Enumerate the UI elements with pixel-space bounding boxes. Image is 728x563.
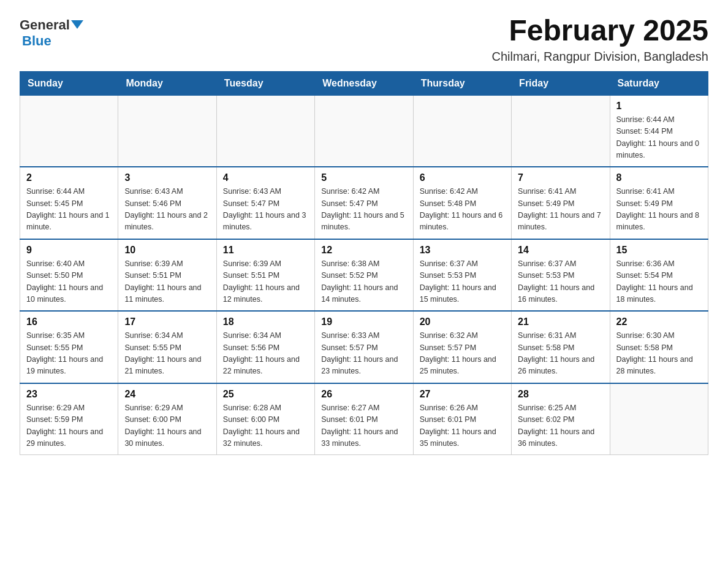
calendar-cell: 4Sunrise: 6:43 AM Sunset: 5:47 PM Daylig… [216,167,314,239]
day-info: Sunrise: 6:42 AM Sunset: 5:48 PM Dayligh… [420,186,505,234]
calendar-week-row: 2Sunrise: 6:44 AM Sunset: 5:45 PM Daylig… [20,167,708,239]
day-header-wednesday: Wednesday [315,71,413,95]
calendar-cell: 22Sunrise: 6:30 AM Sunset: 5:58 PM Dayli… [610,311,708,383]
day-info: Sunrise: 6:43 AM Sunset: 5:46 PM Dayligh… [124,186,210,234]
day-number: 10 [124,245,210,256]
title-section: February 2025 Chilmari, Rangpur Division… [491,15,708,64]
day-header-friday: Friday [512,71,610,95]
calendar-cell: 21Sunrise: 6:31 AM Sunset: 5:58 PM Dayli… [512,311,610,383]
day-number: 13 [420,245,505,256]
calendar-cell [610,383,708,455]
day-number: 25 [223,389,308,400]
day-number: 26 [321,389,406,400]
day-header-monday: Monday [118,71,216,95]
day-info: Sunrise: 6:40 AM Sunset: 5:50 PM Dayligh… [26,258,112,306]
day-number: 23 [26,389,112,400]
day-info: Sunrise: 6:34 AM Sunset: 5:55 PM Dayligh… [124,330,210,378]
calendar-cell [315,95,413,167]
calendar-week-row: 1Sunrise: 6:44 AM Sunset: 5:44 PM Daylig… [20,95,708,167]
day-number: 14 [518,245,603,256]
calendar-week-row: 16Sunrise: 6:35 AM Sunset: 5:55 PM Dayli… [20,311,708,383]
calendar-cell: 24Sunrise: 6:29 AM Sunset: 6:00 PM Dayli… [118,383,216,455]
day-info: Sunrise: 6:38 AM Sunset: 5:52 PM Dayligh… [321,258,406,306]
day-number: 20 [420,316,505,327]
day-info: Sunrise: 6:33 AM Sunset: 5:57 PM Dayligh… [321,330,406,378]
day-number: 12 [321,245,406,256]
calendar-week-row: 9Sunrise: 6:40 AM Sunset: 5:50 PM Daylig… [20,239,708,312]
calendar-week-row: 23Sunrise: 6:29 AM Sunset: 5:59 PM Dayli… [20,383,708,455]
calendar-cell: 18Sunrise: 6:34 AM Sunset: 5:56 PM Dayli… [216,311,314,383]
calendar-cell: 20Sunrise: 6:32 AM Sunset: 5:57 PM Dayli… [413,311,511,383]
month-title: February 2025 [491,15,708,47]
day-number: 4 [223,172,308,183]
calendar-cell: 10Sunrise: 6:39 AM Sunset: 5:51 PM Dayli… [118,239,216,312]
calendar-cell: 5Sunrise: 6:42 AM Sunset: 5:47 PM Daylig… [315,167,413,239]
day-info: Sunrise: 6:39 AM Sunset: 5:51 PM Dayligh… [223,258,308,306]
logo-general: General [20,17,83,33]
day-number: 7 [518,172,603,183]
calendar-cell [20,95,118,167]
day-info: Sunrise: 6:37 AM Sunset: 5:53 PM Dayligh… [518,258,603,306]
logo-blue-text: Blue [21,33,51,49]
day-header-sunday: Sunday [20,71,118,95]
calendar-cell [118,95,216,167]
calendar-cell: 6Sunrise: 6:42 AM Sunset: 5:48 PM Daylig… [413,167,511,239]
calendar-cell: 7Sunrise: 6:41 AM Sunset: 5:49 PM Daylig… [512,167,610,239]
calendar-cell: 16Sunrise: 6:35 AM Sunset: 5:55 PM Dayli… [20,311,118,383]
day-number: 1 [616,101,702,112]
calendar-cell: 25Sunrise: 6:28 AM Sunset: 6:00 PM Dayli… [216,383,314,455]
calendar-cell: 14Sunrise: 6:37 AM Sunset: 5:53 PM Dayli… [512,239,610,312]
page-header: General Blue February 2025 Chilmari, Ran… [20,15,708,64]
day-info: Sunrise: 6:41 AM Sunset: 5:49 PM Dayligh… [616,186,702,234]
day-info: Sunrise: 6:34 AM Sunset: 5:56 PM Dayligh… [223,330,308,378]
calendar-cell [512,95,610,167]
day-number: 3 [124,172,210,183]
calendar-cell: 27Sunrise: 6:26 AM Sunset: 6:01 PM Dayli… [413,383,511,455]
day-header-tuesday: Tuesday [216,71,314,95]
day-info: Sunrise: 6:43 AM Sunset: 5:47 PM Dayligh… [223,186,308,234]
calendar-cell: 1Sunrise: 6:44 AM Sunset: 5:44 PM Daylig… [610,95,708,167]
calendar-cell: 8Sunrise: 6:41 AM Sunset: 5:49 PM Daylig… [610,167,708,239]
calendar-cell: 19Sunrise: 6:33 AM Sunset: 5:57 PM Dayli… [315,311,413,383]
day-number: 5 [321,172,406,183]
day-info: Sunrise: 6:39 AM Sunset: 5:51 PM Dayligh… [124,258,210,306]
calendar-cell [216,95,314,167]
day-info: Sunrise: 6:29 AM Sunset: 6:00 PM Dayligh… [124,402,210,450]
day-info: Sunrise: 6:41 AM Sunset: 5:49 PM Dayligh… [518,186,603,234]
day-info: Sunrise: 6:44 AM Sunset: 5:44 PM Dayligh… [616,114,702,162]
day-number: 18 [223,316,308,327]
calendar-cell [413,95,511,167]
day-number: 6 [420,172,505,183]
day-info: Sunrise: 6:30 AM Sunset: 5:58 PM Dayligh… [616,330,702,378]
day-info: Sunrise: 6:26 AM Sunset: 6:01 PM Dayligh… [420,402,505,450]
day-info: Sunrise: 6:42 AM Sunset: 5:47 PM Dayligh… [321,186,406,234]
calendar-cell: 12Sunrise: 6:38 AM Sunset: 5:52 PM Dayli… [315,239,413,312]
day-info: Sunrise: 6:31 AM Sunset: 5:58 PM Dayligh… [518,330,603,378]
logo-arrow-icon [71,20,83,29]
calendar-cell: 3Sunrise: 6:43 AM Sunset: 5:46 PM Daylig… [118,167,216,239]
calendar-cell: 9Sunrise: 6:40 AM Sunset: 5:50 PM Daylig… [20,239,118,312]
day-number: 27 [420,389,505,400]
day-number: 22 [616,316,702,327]
day-number: 11 [223,245,308,256]
calendar-cell: 15Sunrise: 6:36 AM Sunset: 5:54 PM Dayli… [610,239,708,312]
day-info: Sunrise: 6:27 AM Sunset: 6:01 PM Dayligh… [321,402,406,450]
day-header-saturday: Saturday [610,71,708,95]
location-title: Chilmari, Rangpur Division, Bangladesh [491,50,708,64]
calendar-cell: 28Sunrise: 6:25 AM Sunset: 6:02 PM Dayli… [512,383,610,455]
day-number: 2 [26,172,112,183]
day-info: Sunrise: 6:44 AM Sunset: 5:45 PM Dayligh… [26,186,112,234]
calendar-cell: 23Sunrise: 6:29 AM Sunset: 5:59 PM Dayli… [20,383,118,455]
day-number: 8 [616,172,702,183]
day-number: 19 [321,316,406,327]
calendar-cell: 11Sunrise: 6:39 AM Sunset: 5:51 PM Dayli… [216,239,314,312]
day-number: 24 [124,389,210,400]
day-number: 9 [26,245,112,256]
calendar-table: SundayMondayTuesdayWednesdayThursdayFrid… [20,71,708,456]
day-info: Sunrise: 6:25 AM Sunset: 6:02 PM Dayligh… [518,402,603,450]
calendar-cell: 2Sunrise: 6:44 AM Sunset: 5:45 PM Daylig… [20,167,118,239]
day-number: 21 [518,316,603,327]
day-info: Sunrise: 6:36 AM Sunset: 5:54 PM Dayligh… [616,258,702,306]
day-number: 28 [518,389,603,400]
logo: General Blue [20,17,83,49]
